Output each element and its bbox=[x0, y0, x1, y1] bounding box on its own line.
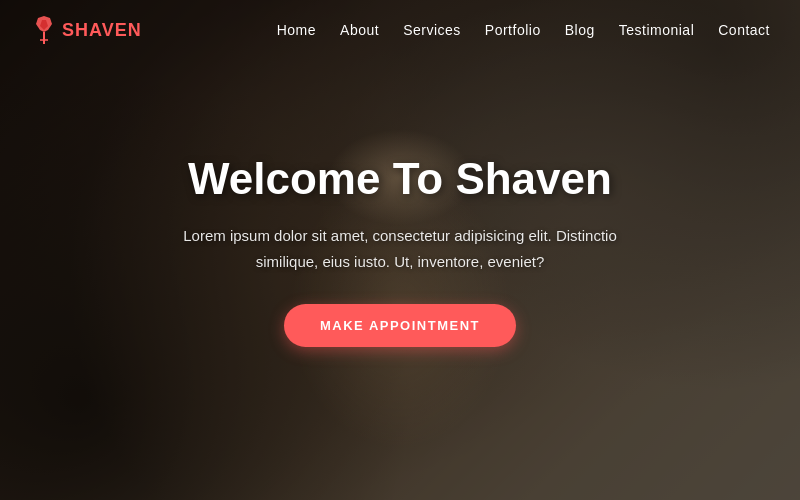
nav-link-services[interactable]: Services bbox=[403, 22, 461, 38]
nav-link-about[interactable]: About bbox=[340, 22, 379, 38]
nav-link-testimonial[interactable]: Testimonial bbox=[619, 22, 695, 38]
nav-link-home[interactable]: Home bbox=[277, 22, 316, 38]
nav-item-blog: Blog bbox=[565, 21, 595, 39]
hero-content: Welcome To Shaven Lorem ipsum dolor sit … bbox=[140, 153, 660, 348]
logo[interactable]: SHAVEN bbox=[30, 14, 142, 46]
nav-item-portfolio: Portfolio bbox=[485, 21, 541, 39]
nav-link-contact[interactable]: Contact bbox=[718, 22, 770, 38]
hero-title: Welcome To Shaven bbox=[160, 153, 640, 206]
nav-item-contact: Contact bbox=[718, 21, 770, 39]
nav-link-blog[interactable]: Blog bbox=[565, 22, 595, 38]
nav-link-portfolio[interactable]: Portfolio bbox=[485, 22, 541, 38]
make-appointment-button[interactable]: MAKE APPOINTMENT bbox=[284, 304, 516, 347]
nav-item-home: Home bbox=[277, 21, 316, 39]
nav-links: Home About Services Portfolio Blog Testi… bbox=[277, 21, 770, 39]
logo-text: SHAVEN bbox=[62, 20, 142, 41]
hero-subtitle: Lorem ipsum dolor sit amet, consectetur … bbox=[160, 223, 640, 274]
hero-section: SHAVEN Home About Services Portfolio Blo… bbox=[0, 0, 800, 500]
navbar: SHAVEN Home About Services Portfolio Blo… bbox=[0, 0, 800, 60]
logo-icon bbox=[30, 14, 58, 46]
logo-accent: VEN bbox=[102, 20, 142, 40]
logo-prefix: SHA bbox=[62, 20, 102, 40]
nav-item-services: Services bbox=[403, 21, 461, 39]
nav-item-testimonial: Testimonial bbox=[619, 21, 695, 39]
nav-item-about: About bbox=[340, 21, 379, 39]
